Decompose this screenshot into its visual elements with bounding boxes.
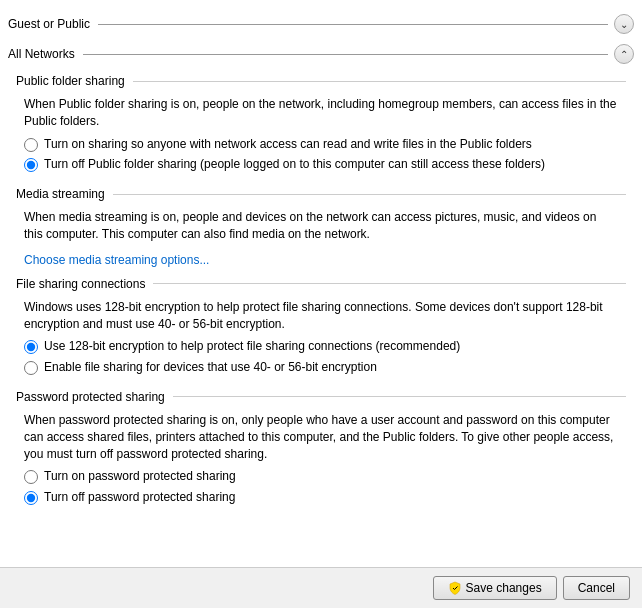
settings-page: Guest or Public ⌄ All Networks ⌃ Public …: [0, 0, 642, 608]
password-protected-sharing-label: Password protected sharing: [16, 390, 165, 404]
pfs-on-radio[interactable]: [24, 138, 38, 152]
pps-off-radio[interactable]: [24, 491, 38, 505]
chevron-up-icon: ⌃: [620, 49, 628, 60]
fsc-4056-radio[interactable]: [24, 361, 38, 375]
pps-on-label: Turn on password protected sharing: [44, 468, 236, 485]
all-networks-label: All Networks: [8, 47, 75, 61]
pps-on-radio[interactable]: [24, 470, 38, 484]
public-folder-sharing-header: Public folder sharing: [16, 74, 626, 88]
media-streaming-description: When media streaming is on, people and d…: [24, 209, 618, 243]
file-sharing-connections-description: Windows uses 128-bit encryption to help …: [24, 299, 618, 333]
file-sharing-connections-line: [153, 283, 626, 284]
all-networks-toggle[interactable]: ⌃: [614, 44, 634, 64]
public-folder-sharing-description: When Public folder sharing is on, people…: [24, 96, 618, 130]
all-networks-line: [83, 54, 608, 55]
file-sharing-connections-header: File sharing connections: [16, 277, 626, 291]
shield-icon: [448, 581, 462, 595]
chevron-down-icon: ⌄: [620, 19, 628, 30]
cancel-label: Cancel: [578, 581, 615, 595]
guest-public-label: Guest or Public: [8, 17, 90, 31]
guest-public-header: Guest or Public ⌄: [0, 8, 642, 38]
file-sharing-connections-label: File sharing connections: [16, 277, 145, 291]
cancel-button[interactable]: Cancel: [563, 576, 630, 600]
bottom-bar: Save changes Cancel: [0, 567, 642, 608]
fsc-128-radio[interactable]: [24, 340, 38, 354]
all-networks-header: All Networks ⌃: [0, 38, 642, 68]
password-protected-sharing-body: When password protected sharing is on, o…: [16, 408, 626, 516]
all-networks-body: Public folder sharing When Public folder…: [0, 68, 642, 524]
media-streaming-label: Media streaming: [16, 187, 105, 201]
fsc-4056-option: Enable file sharing for devices that use…: [24, 359, 618, 376]
save-changes-button[interactable]: Save changes: [433, 576, 557, 600]
fsc-4056-label: Enable file sharing for devices that use…: [44, 359, 377, 376]
pps-off-label: Turn off password protected sharing: [44, 489, 235, 506]
file-sharing-connections-body: Windows uses 128-bit encryption to help …: [16, 295, 626, 386]
password-protected-sharing-description: When password protected sharing is on, o…: [24, 412, 618, 462]
pfs-off-radio[interactable]: [24, 158, 38, 172]
guest-public-toggle[interactable]: ⌄: [614, 14, 634, 34]
fsc-128-option: Use 128-bit encryption to help protect f…: [24, 338, 618, 355]
pps-off-option: Turn off password protected sharing: [24, 489, 618, 506]
save-changes-label: Save changes: [466, 581, 542, 595]
pps-on-option: Turn on password protected sharing: [24, 468, 618, 485]
media-streaming-header: Media streaming: [16, 187, 626, 201]
public-folder-sharing-line: [133, 81, 626, 82]
media-streaming-body: When media streaming is on, people and d…: [16, 205, 626, 273]
pfs-off-label: Turn off Public folder sharing (people l…: [44, 156, 545, 173]
password-protected-sharing-header: Password protected sharing: [16, 390, 626, 404]
pfs-on-label: Turn on sharing so anyone with network a…: [44, 136, 532, 153]
password-protected-sharing-line: [173, 396, 626, 397]
pfs-on-option: Turn on sharing so anyone with network a…: [24, 136, 618, 153]
guest-public-line: [98, 24, 608, 25]
public-folder-sharing-body: When Public folder sharing is on, people…: [16, 92, 626, 183]
media-streaming-options-link[interactable]: Choose media streaming options...: [24, 253, 209, 267]
pfs-off-option: Turn off Public folder sharing (people l…: [24, 156, 618, 173]
public-folder-sharing-label: Public folder sharing: [16, 74, 125, 88]
fsc-128-label: Use 128-bit encryption to help protect f…: [44, 338, 460, 355]
media-streaming-line: [113, 194, 626, 195]
